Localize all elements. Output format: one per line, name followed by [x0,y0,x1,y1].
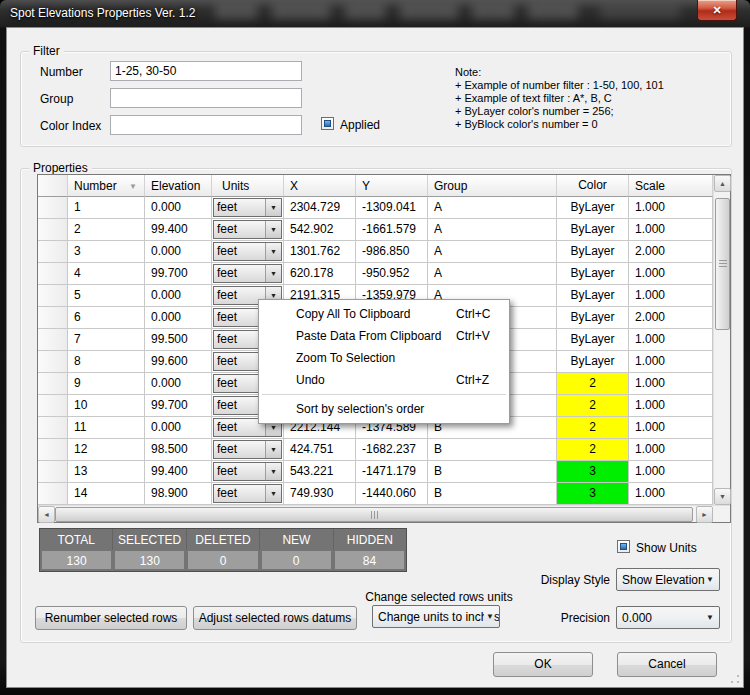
units-dropdown[interactable]: feet ▼ [213,484,282,503]
units-dropdown[interactable]: feet ▼ [213,242,282,261]
close-icon[interactable]: ✕ [697,0,737,21]
x-cell[interactable]: 543.221 [284,461,356,483]
row-selector-cell[interactable] [38,373,68,395]
menu-item[interactable]: Paste Data From Clipboard Ctrl+V [259,325,509,347]
row-selector-cell[interactable] [38,351,68,373]
cancel-button[interactable]: Cancel [617,652,717,677]
grid-header-elevation[interactable]: Elevation [145,175,212,197]
elevation-cell[interactable]: 99.400 [145,219,212,241]
elevation-cell[interactable]: 0.000 [145,307,212,329]
color-cell[interactable]: ByLayer [557,197,629,219]
color-cell[interactable]: ByLayer [557,351,629,373]
number-cell[interactable]: 3 [68,241,145,263]
menu-item[interactable]: Zoom To Selection [259,347,509,369]
ok-button[interactable]: OK [493,652,593,677]
elevation-cell[interactable]: 98.900 [145,483,212,505]
grid-header-color[interactable]: Color [557,175,629,197]
display-style-select[interactable]: Show Elevation ▼ [616,568,720,591]
grid-header-rowselector[interactable] [38,175,68,197]
row-selector-cell[interactable] [38,461,68,483]
show-units-checkbox[interactable] [617,540,630,553]
vertical-scrollbar[interactable]: ▲ ▼ [713,175,730,505]
scale-cell[interactable]: 1.000 [629,351,713,373]
x-cell[interactable]: 542.902 [284,219,356,241]
y-cell[interactable]: -1309.041 [356,197,428,219]
number-cell[interactable]: 6 [68,307,145,329]
elevation-cell[interactable]: 0.000 [145,197,212,219]
units-dropdown[interactable]: feet ▼ [213,264,282,283]
scroll-up-icon[interactable]: ▲ [714,175,731,192]
group-cell[interactable]: A [428,263,557,285]
number-cell[interactable]: 10 [68,395,145,417]
row-selector-cell[interactable] [38,307,68,329]
chevron-down-icon[interactable]: ▼ [265,221,281,238]
number-filter-input[interactable] [110,61,302,81]
scale-cell[interactable]: 1.000 [629,483,713,505]
x-cell[interactable]: 424.751 [284,439,356,461]
elevation-cell[interactable]: 99.500 [145,329,212,351]
menu-item[interactable]: Copy All To Clipboard Ctrl+C [259,303,509,325]
chevron-down-icon[interactable]: ▼ [265,265,281,282]
horizontal-scrollbar[interactable]: ◄ ► [38,505,730,522]
scale-cell[interactable]: 1.000 [629,417,713,439]
group-cell[interactable]: A [428,219,557,241]
row-selector-cell[interactable] [38,395,68,417]
color-cell[interactable]: ByLayer [557,219,629,241]
renumber-rows-button[interactable]: Renumber selected rows [35,606,187,630]
y-cell[interactable]: -1661.579 [356,219,428,241]
number-cell[interactable]: 14 [68,483,145,505]
group-filter-input[interactable] [110,88,302,108]
number-cell[interactable]: 11 [68,417,145,439]
chevron-down-icon[interactable]: ▼ [265,463,281,480]
elevation-cell[interactable]: 0.000 [145,241,212,263]
units-dropdown[interactable]: feet ▼ [213,198,282,217]
elevation-cell[interactable]: 99.600 [145,351,212,373]
row-selector-cell[interactable] [38,285,68,307]
number-cell[interactable]: 2 [68,219,145,241]
number-cell[interactable]: 1 [68,197,145,219]
scale-cell[interactable]: 2.000 [629,241,713,263]
color-cell[interactable]: 2 [557,439,629,461]
row-selector-cell[interactable] [38,483,68,505]
row-selector-cell[interactable] [38,439,68,461]
scale-cell[interactable]: 2.000 [629,307,713,329]
color-cell[interactable]: ByLayer [557,329,629,351]
row-selector-cell[interactable] [38,219,68,241]
row-selector-cell[interactable] [38,263,68,285]
y-cell[interactable]: -1471.179 [356,461,428,483]
grid-header-units[interactable]: Units [212,175,284,197]
scroll-down-icon[interactable]: ▼ [714,488,731,505]
number-cell[interactable]: 4 [68,263,145,285]
color-cell[interactable]: 2 [557,373,629,395]
color-cell[interactable]: ByLayer [557,241,629,263]
chevron-down-icon[interactable]: ▼ [265,199,281,216]
elevation-cell[interactable]: 0.000 [145,285,212,307]
elevation-cell[interactable]: 98.500 [145,439,212,461]
y-cell[interactable]: -950.952 [356,263,428,285]
number-cell[interactable]: 9 [68,373,145,395]
scale-cell[interactable]: 1.000 [629,461,713,483]
group-cell[interactable]: A [428,197,557,219]
scale-cell[interactable]: 1.000 [629,373,713,395]
number-cell[interactable]: 7 [68,329,145,351]
x-cell[interactable]: 2304.729 [284,197,356,219]
units-dropdown[interactable]: feet ▼ [213,440,282,459]
row-selector-cell[interactable] [38,329,68,351]
color-cell[interactable]: 3 [557,461,629,483]
x-cell[interactable]: 1301.762 [284,241,356,263]
group-cell[interactable]: B [428,439,557,461]
color-cell[interactable]: 3 [557,483,629,505]
number-cell[interactable]: 5 [68,285,145,307]
menu-item[interactable]: Sort by selection's order [259,398,509,420]
number-cell[interactable]: 8 [68,351,145,373]
scroll-left-icon[interactable]: ◄ [38,506,55,523]
scale-cell[interactable]: 1.000 [629,197,713,219]
chevron-down-icon[interactable]: ▼ [265,243,281,260]
units-dropdown[interactable]: feet ▼ [213,462,282,481]
elevation-cell[interactable]: 0.000 [145,373,212,395]
y-cell[interactable]: -1440.060 [356,483,428,505]
grid-header-scale[interactable]: Scale [629,175,713,197]
scale-cell[interactable]: 1.000 [629,329,713,351]
scale-cell[interactable]: 1.000 [629,219,713,241]
grid-header-y[interactable]: Y [356,175,428,197]
